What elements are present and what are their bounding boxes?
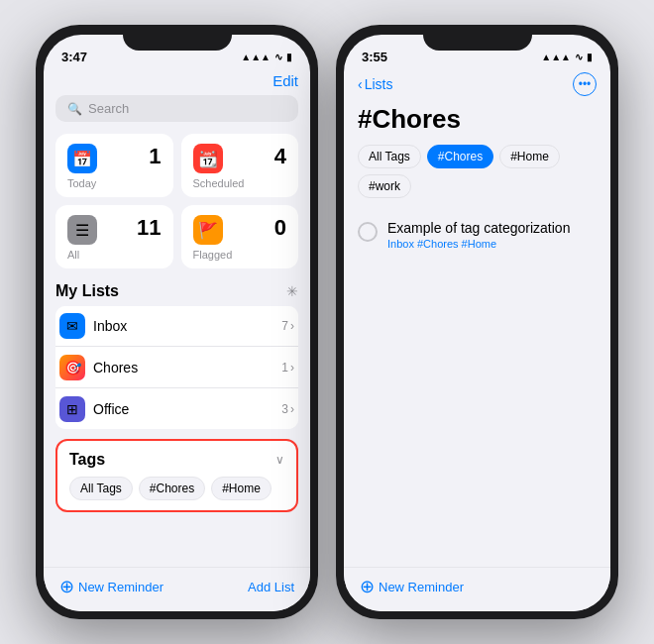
back-label: Lists — [365, 76, 393, 92]
list-item-chores[interactable]: 🎯 Chores 1 › — [55, 348, 298, 388]
search-icon: 🔍 — [67, 102, 82, 116]
phone-1: 3:47 ▲▲▲ ∿ ▮ Edit 🔍 Search 📅 — [36, 25, 318, 619]
chores-count: 1 › — [281, 361, 294, 375]
notch-1 — [123, 25, 232, 51]
battery-icon: ▮ — [286, 52, 292, 62]
p2-footer: ⊕ New Reminder — [344, 567, 610, 611]
time-1: 3:47 — [61, 50, 87, 64]
today-icon: 📅 — [67, 144, 97, 173]
search-placeholder: Search — [88, 101, 129, 116]
signal-icon-2: ▲▲▲ — [541, 52, 571, 62]
lists-container: ✉ Inbox 7 › 🎯 Chores 1 › ⊞ — [55, 306, 298, 429]
new-reminder-button[interactable]: ⊕ New Reminder — [59, 576, 164, 597]
all-icon: ☰ — [67, 215, 97, 245]
tags-chevron-icon[interactable]: ∨ — [275, 453, 284, 467]
chores-title: #Chores — [358, 104, 597, 135]
more-button[interactable]: ••• — [573, 72, 597, 96]
chores-name: Chores — [93, 360, 281, 376]
inbox-count: 7 › — [281, 319, 294, 333]
scheduled-card[interactable]: 📆 4 Scheduled — [181, 134, 299, 197]
all-count: 11 — [137, 215, 161, 241]
tag-chip-chores[interactable]: #Chores — [139, 477, 205, 500]
spinner-icon: ✳ — [286, 283, 298, 299]
scheduled-icon: 📆 — [193, 144, 223, 173]
today-card[interactable]: 📅 1 Today — [55, 134, 173, 197]
p2-content: ‹ Lists ••• #Chores All Tags #Chores #Ho… — [344, 70, 610, 258]
filter-chores[interactable]: #Chores — [427, 145, 493, 168]
reminder-item-1[interactable]: Example of tag categorization Inbox #Cho… — [358, 212, 597, 258]
tags-header: Tags ∨ — [69, 451, 284, 469]
tags-section: Tags ∨ All Tags #Chores #Home — [55, 439, 298, 512]
tag-chip-home[interactable]: #Home — [211, 477, 272, 500]
flagged-count: 0 — [274, 215, 286, 241]
flagged-card[interactable]: 🚩 0 Flagged — [181, 205, 299, 268]
new-reminder-label-2: New Reminder — [379, 580, 464, 594]
filter-all-tags[interactable]: All Tags — [358, 145, 421, 168]
back-chevron-icon: ‹ — [358, 76, 363, 92]
new-reminder-button-2[interactable]: ⊕ New Reminder — [360, 576, 464, 597]
tag-chip-all[interactable]: All Tags — [69, 477, 133, 500]
all-card[interactable]: ☰ 11 All — [55, 205, 173, 268]
time-2: 3:55 — [362, 50, 387, 64]
filter-home[interactable]: #Home — [499, 145, 560, 168]
my-lists-title: My Lists — [55, 282, 119, 300]
reminder-details: Example of tag categorization Inbox #Cho… — [387, 220, 570, 250]
check-circle[interactable] — [358, 222, 378, 242]
today-label: Today — [67, 177, 162, 189]
inbox-name: Inbox — [93, 318, 281, 334]
flagged-icon: 🚩 — [193, 215, 223, 245]
p1-footer: ⊕ New Reminder Add List — [44, 567, 310, 611]
new-reminder-label: New Reminder — [78, 580, 164, 594]
my-lists-header: My Lists ✳ — [55, 282, 298, 300]
p1-content: Edit 🔍 Search 📅 1 Today 📆 — [44, 70, 310, 512]
search-bar[interactable]: 🔍 Search — [55, 95, 298, 122]
scheduled-label: Scheduled — [193, 177, 287, 189]
office-name: Office — [93, 401, 281, 417]
flagged-label: Flagged — [193, 249, 287, 261]
edit-button[interactable]: Edit — [272, 72, 298, 89]
notch-2 — [423, 25, 532, 51]
status-icons-2: ▲▲▲ ∿ ▮ — [541, 52, 593, 62]
smart-lists-grid: 📅 1 Today 📆 4 Scheduled ☰ 11 — [55, 134, 298, 268]
wifi-icon: ∿ — [274, 52, 282, 62]
chores-icon: 🎯 — [59, 355, 85, 380]
list-item-office[interactable]: ⊞ Office 3 › — [55, 389, 298, 429]
reminder-tags: Inbox #Chores #Home — [387, 238, 570, 250]
list-item-inbox[interactable]: ✉ Inbox 7 › — [55, 306, 298, 347]
plus-icon-2: ⊕ — [360, 576, 375, 597]
inbox-icon: ✉ — [59, 313, 85, 339]
signal-icon: ▲▲▲ — [241, 52, 271, 62]
tag-filter-bar: All Tags #Chores #Home #work — [358, 145, 597, 198]
office-count: 3 › — [281, 402, 294, 416]
plus-icon: ⊕ — [59, 576, 74, 597]
all-label: All — [67, 249, 162, 261]
tags-chips: All Tags #Chores #Home — [69, 477, 284, 500]
battery-icon-2: ▮ — [587, 52, 593, 62]
office-icon: ⊞ — [59, 396, 85, 422]
p1-header: Edit — [55, 70, 298, 95]
scheduled-count: 4 — [274, 144, 286, 169]
wifi-icon-2: ∿ — [575, 52, 583, 62]
back-button[interactable]: ‹ Lists — [358, 76, 392, 92]
status-icons-1: ▲▲▲ ∿ ▮ — [241, 52, 292, 62]
add-list-button[interactable]: Add List — [248, 576, 294, 597]
tags-title: Tags — [69, 451, 105, 469]
reminder-text: Example of tag categorization — [387, 220, 570, 236]
today-count: 1 — [149, 144, 161, 169]
screen-1: 3:47 ▲▲▲ ∿ ▮ Edit 🔍 Search 📅 — [44, 35, 310, 611]
filter-work[interactable]: #work — [358, 174, 411, 198]
p2-header: ‹ Lists ••• — [358, 70, 597, 104]
more-icon: ••• — [579, 77, 592, 91]
screen-2: 3:55 ▲▲▲ ∿ ▮ ‹ Lists ••• #Chores — [344, 35, 610, 611]
phone-2: 3:55 ▲▲▲ ∿ ▮ ‹ Lists ••• #Chores — [336, 25, 618, 619]
